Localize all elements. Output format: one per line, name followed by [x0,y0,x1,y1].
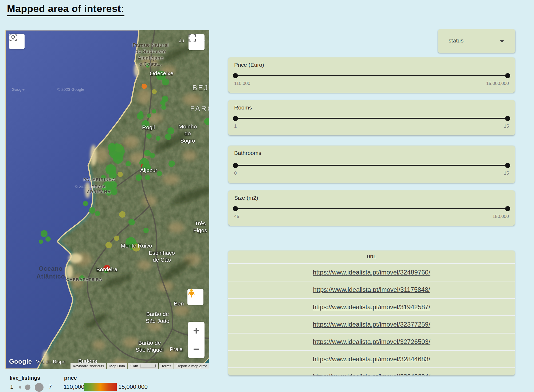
rooms-slider-handle-min[interactable] [233,116,238,121]
listing-point[interactable] [39,240,43,244]
map-canvas[interactable]: Parque Natural do Sudoeste Alentejano e … [5,30,209,369]
fullscreen-icon [189,34,196,42]
listing-point[interactable] [95,211,100,216]
listing-point[interactable] [145,175,150,180]
table-row: https://www.idealista.pt/imovel/32377259… [228,315,515,333]
google-logo: Google [9,358,32,365]
listing-point[interactable] [113,153,123,164]
listing-point[interactable] [168,160,175,167]
listing-point[interactable] [132,244,140,252]
terms-link[interactable]: Terms [159,363,174,369]
map-attribution-bar: Keyboard shortcuts Map Data 2 km Terms R… [70,363,209,369]
listing-point[interactable] [117,172,123,177]
listing-url-link[interactable]: https://www.idealista.pt/imovel/32844683… [313,355,430,363]
listing-point[interactable] [114,236,119,241]
listing-point[interactable] [109,181,117,189]
listing-point[interactable] [146,63,150,68]
listing-url-link[interactable]: https://www.idealista.pt/imovel/32726503… [313,338,430,346]
zoom-out-button[interactable]: − [188,340,205,358]
table-row: https://www.idealista.pt/imovel/32049204… [228,367,515,375]
size-slider-min: 45 [234,214,239,219]
size-slider-max: 150,000 [493,214,509,219]
listing-point[interactable] [143,228,149,233]
size-slider-handle-min[interactable] [233,206,238,211]
listing-point[interactable] [105,242,112,248]
listing-point[interactable] [165,134,171,140]
listing-point[interactable] [146,134,152,139]
rooms-slider-handle-max[interactable] [505,116,510,121]
satellite-basemap [5,30,209,369]
table-row: https://www.idealista.pt/imovel/32726503… [228,333,515,350]
listing-point[interactable] [156,136,160,141]
listing-point[interactable] [108,143,116,152]
listing-point[interactable] [128,219,135,225]
bathrooms-slider-handle-min[interactable] [233,163,238,168]
status-dropdown[interactable]: status [438,29,515,53]
listing-point[interactable] [136,174,142,181]
rooms-slider-panel: Rooms 1 15 [228,100,515,135]
size-slider-track[interactable] [234,208,509,209]
listing-point[interactable] [41,230,48,237]
listing-point[interactable] [142,163,151,172]
listing-point[interactable] [137,113,144,120]
listing-url-link[interactable]: https://www.idealista.pt/imovel/32377259… [313,321,430,328]
size-slider-label: Size (m2) [234,195,258,201]
size-legend-dot-small [19,386,21,389]
pegman-button[interactable] [187,289,203,305]
listing-point[interactable] [152,89,157,94]
scale-bar: 2 km [128,363,158,369]
listing-point[interactable] [160,100,166,105]
listing-point[interactable] [111,188,117,195]
listing-point[interactable] [104,269,108,273]
size-legend-title: live_listings [10,375,40,381]
listing-point[interactable] [162,79,169,85]
chevron-down-icon [500,40,504,42]
table-row: https://www.idealista.pt/imovel/31175848… [228,281,515,298]
keyboard-shortcuts-link[interactable]: Keyboard shortcuts [70,363,106,369]
listing-url-link[interactable]: https://www.idealista.pt/imovel/32049204… [313,373,430,375]
listing-point[interactable] [142,120,150,128]
price-slider-max: 15,000,000 [486,81,509,86]
listing-point[interactable] [150,153,155,158]
location-pin-icon [9,34,17,42]
fullscreen-button[interactable] [189,34,205,50]
listing-point[interactable] [152,109,156,113]
price-slider-track[interactable] [234,75,509,76]
listing-point[interactable] [45,236,51,242]
scale-bar-ruler [140,364,156,367]
color-legend-min: 110,000 [64,383,84,390]
listing-point[interactable] [109,171,117,179]
bathrooms-slider-track[interactable] [234,165,509,166]
listing-point[interactable] [125,161,131,166]
listing-point[interactable] [157,171,162,176]
listing-point[interactable] [83,201,88,206]
price-slider-handle-min[interactable] [233,73,238,78]
rooms-slider-track[interactable] [234,118,509,119]
rooms-slider-min: 1 [234,124,237,129]
zoom-in-button[interactable]: + [188,322,205,340]
listing-point[interactable] [79,275,85,281]
listing-url-link[interactable]: https://www.idealista.pt/imovel/32489760… [313,269,430,276]
listing-point[interactable] [106,190,111,196]
listing-point[interactable] [167,127,174,134]
listing-point[interactable] [119,211,125,218]
table-row: https://www.idealista.pt/imovel/32489760… [228,263,515,281]
bathrooms-slider-label: Bathrooms [234,150,261,156]
price-slider-handle-max[interactable] [505,73,510,78]
listing-url-link[interactable]: https://www.idealista.pt/imovel/31175848… [313,286,430,293]
rooms-slider-max: 15 [504,124,509,129]
listing-url-link[interactable]: https://www.idealista.pt/imovel/31942587… [313,303,430,311]
size-legend-max: 7 [49,383,52,390]
size-slider-handle-max[interactable] [505,206,510,211]
listing-point[interactable] [161,105,166,110]
listing-point[interactable] [147,113,151,118]
bathrooms-slider-handle-max[interactable] [505,163,510,168]
map-data-link[interactable]: Map Data [107,363,127,369]
listing-point[interactable] [142,84,147,89]
report-map-error-link[interactable]: Report a map error [174,363,209,369]
listing-point[interactable] [101,175,106,180]
map-legend: live_listings 1 7 price 110,000 15,000,0… [0,373,187,392]
rooms-slider-label: Rooms [234,104,252,111]
locate-button[interactable] [9,34,25,49]
listing-point[interactable] [89,207,95,214]
